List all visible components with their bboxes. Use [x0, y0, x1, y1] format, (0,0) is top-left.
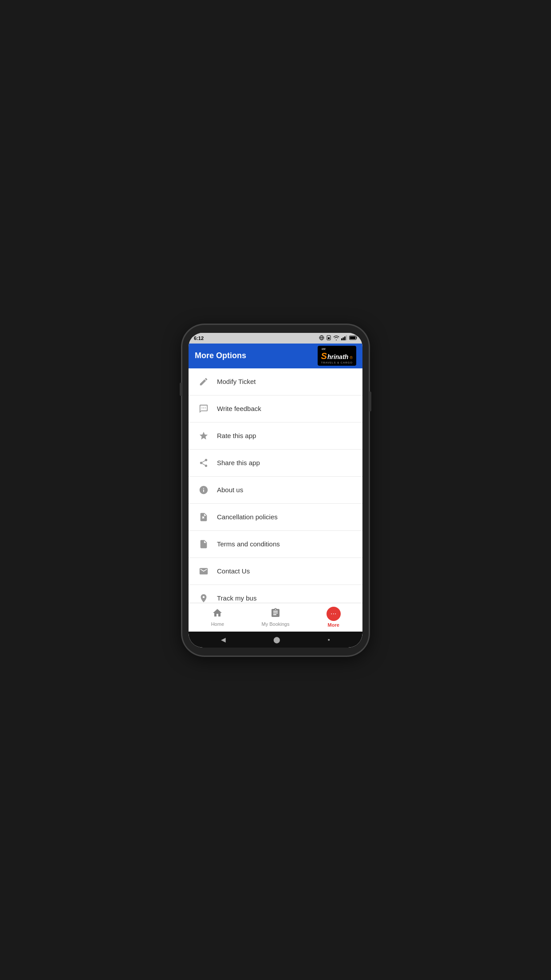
- menu-list: Modify Ticket Write feedback Rate this a…: [189, 368, 362, 603]
- nav-home-label: Home: [211, 621, 224, 627]
- envelope-icon: [197, 565, 210, 577]
- status-bar: 6:12: [189, 333, 362, 344]
- menu-item-write-feedback[interactable]: Write feedback: [189, 395, 362, 423]
- status-time: 6:12: [194, 336, 204, 341]
- svg-rect-6: [343, 337, 344, 340]
- nav-more[interactable]: ··· More: [304, 603, 362, 632]
- wifi-icon: [333, 335, 339, 341]
- star-icon: [197, 430, 210, 442]
- phone-device: 6:12: [182, 325, 369, 656]
- menu-label-terms: Terms and conditions: [217, 540, 280, 548]
- home-button[interactable]: ⬤: [273, 636, 280, 643]
- battery-icon: [349, 335, 357, 341]
- menu-label-about-us: About us: [217, 486, 243, 494]
- signal-icon: [341, 335, 347, 341]
- app-logo: जय S hrinath ® TRAVELS & CARGO: [318, 346, 356, 366]
- menu-item-track-bus[interactable]: Track my bus: [189, 585, 362, 603]
- svg-rect-11: [350, 336, 355, 339]
- nav-home[interactable]: Home: [189, 603, 247, 632]
- menu-item-rate-app[interactable]: Rate this app: [189, 423, 362, 450]
- logo-jay-text: जय: [321, 348, 325, 351]
- svg-rect-7: [344, 336, 346, 340]
- info-icon: [197, 484, 210, 496]
- logo-tagline: TRAVELS & CARGO: [321, 361, 353, 364]
- header-title: More Options: [195, 351, 246, 360]
- menu-label-track-bus: Track my bus: [217, 594, 256, 602]
- menu-label-share-app: Share this app: [217, 459, 260, 466]
- recents-button[interactable]: ▪: [328, 636, 330, 643]
- world-icon: [319, 335, 324, 341]
- logo-s: S: [321, 351, 327, 361]
- menu-item-share-app[interactable]: Share this app: [189, 450, 362, 477]
- sim-icon: [326, 335, 331, 341]
- svg-rect-8: [346, 335, 347, 340]
- menu-item-terms[interactable]: Terms and conditions: [189, 531, 362, 558]
- menu-label-contact-us: Contact Us: [217, 567, 250, 575]
- svg-rect-10: [356, 336, 357, 338]
- menu-item-about-us[interactable]: About us: [189, 477, 362, 504]
- status-icons: [319, 335, 357, 341]
- location-icon: [197, 592, 210, 603]
- menu-item-modify-ticket[interactable]: Modify Ticket: [189, 368, 362, 395]
- share-icon: [197, 457, 210, 469]
- nav-more-label: More: [328, 622, 339, 628]
- android-nav: ◀ ⬤ ▪: [189, 632, 362, 648]
- menu-label-cancellation: Cancellation policies: [217, 513, 278, 521]
- bookings-icon: [270, 608, 281, 620]
- menu-label-modify-ticket: Modify Ticket: [217, 378, 256, 385]
- nav-bookings-label: My Bookings: [262, 621, 290, 627]
- svg-rect-5: [341, 338, 342, 340]
- menu-label-write-feedback: Write feedback: [217, 405, 261, 412]
- logo-registered: ®: [350, 356, 353, 360]
- document-icon: [197, 538, 210, 550]
- menu-item-cancellation[interactable]: Cancellation policies: [189, 504, 362, 531]
- more-dots-icon: ···: [327, 607, 341, 621]
- back-button[interactable]: ◀: [221, 636, 226, 643]
- chat-icon: [197, 403, 210, 415]
- home-icon: [212, 608, 223, 620]
- nav-my-bookings[interactable]: My Bookings: [247, 603, 305, 632]
- phone-screen: 6:12: [189, 333, 362, 648]
- menu-label-rate-app: Rate this app: [217, 432, 256, 439]
- menu-item-contact-us[interactable]: Contact Us: [189, 558, 362, 585]
- app-header: More Options जय S hrinath ® TRAVELS & CA…: [189, 344, 362, 368]
- logo-hrinath: hrinath: [327, 353, 348, 360]
- svg-rect-4: [328, 337, 330, 339]
- pencil-icon: [197, 375, 210, 388]
- svg-point-12: [203, 596, 205, 598]
- cancel-doc-icon: [197, 511, 210, 523]
- bottom-nav: Home My Bookings ··· More: [189, 603, 362, 632]
